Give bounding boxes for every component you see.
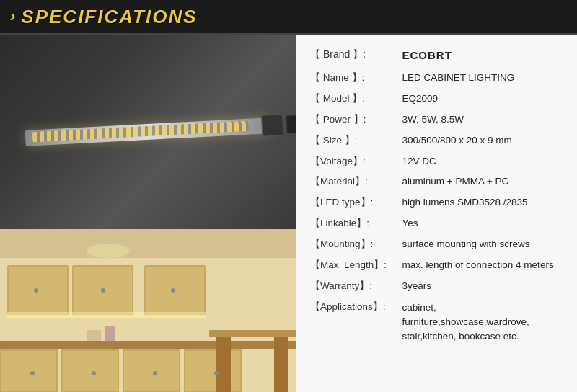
spec-label-max-length: 【Max. Length】: xyxy=(310,259,397,272)
spec-row-linkable: 【Linkable】: Yes xyxy=(310,217,563,231)
spec-label-linkable: 【Linkable】: xyxy=(310,217,397,231)
spec-label-name: 【 Name 】: xyxy=(310,71,397,85)
spec-label-model: 【 Model 】: xyxy=(310,92,397,106)
spec-value-linkable: Yes xyxy=(402,217,563,231)
svg-rect-16 xyxy=(124,351,179,391)
led-connector-right xyxy=(261,114,284,137)
spec-value-voltage: 12V DC xyxy=(402,155,563,169)
svg-point-28 xyxy=(214,371,219,375)
svg-point-23 xyxy=(101,288,105,293)
svg-rect-14 xyxy=(63,351,118,391)
svg-rect-31 xyxy=(105,326,115,341)
product-image-top xyxy=(0,35,296,229)
spec-value-model: EQ2009 xyxy=(402,92,563,106)
spec-value-led-type: high lumens SMD3528 /2835 xyxy=(402,196,563,210)
svg-rect-20 xyxy=(216,337,231,392)
spec-label-applications: 【Applications】: xyxy=(310,300,397,314)
svg-rect-21 xyxy=(274,337,288,392)
spec-label-warranty: 【Warranty】: xyxy=(310,280,397,293)
svg-rect-0 xyxy=(0,229,296,258)
svg-rect-10 xyxy=(0,341,296,349)
kitchen-scene-svg xyxy=(0,229,296,392)
spec-value-material: aluminum + PMMA + PC xyxy=(402,175,563,189)
main-content: 【 Brand 】: ECOBRT【 Name 】: LED CABINET L… xyxy=(0,35,577,392)
spec-value-name: LED CABINET LIGHTING xyxy=(402,71,563,85)
svg-rect-9 xyxy=(7,312,206,318)
spec-row-material: 【Material】: aluminum + PMMA + PC xyxy=(310,175,563,189)
spec-label-brand: 【 Brand 】: xyxy=(310,48,397,62)
header-section: › SPECIFICATIONS xyxy=(0,0,577,35)
spec-label-voltage: 【Voltage】: xyxy=(310,155,397,169)
image-panel xyxy=(0,35,296,392)
spec-row-applications: 【Applications】: cabinet, furniture,showc… xyxy=(310,300,563,344)
svg-rect-12 xyxy=(1,351,56,391)
spec-value-brand: ECOBRT xyxy=(402,48,563,63)
spec-value-mounting: surface mounting with screws xyxy=(402,238,563,251)
spec-row-led-type: 【LED type】: high lumens SMD3528 /2835 xyxy=(310,196,563,210)
spec-label-size: 【 Size 】: xyxy=(310,134,397,148)
spec-label-material: 【Material】: xyxy=(310,175,397,189)
spec-label-power: 【 Power 】: xyxy=(310,113,397,127)
chevron-icon: › xyxy=(10,7,15,26)
svg-point-25 xyxy=(30,371,35,375)
svg-point-22 xyxy=(34,288,38,293)
product-image-bottom xyxy=(0,229,296,392)
spec-row-power: 【 Power 】: 3W, 5W, 8.5W xyxy=(310,113,563,127)
spec-row-mounting: 【Mounting】: surface mounting with screws xyxy=(310,238,563,251)
svg-point-27 xyxy=(153,371,157,375)
spec-row-brand: 【 Brand 】: ECOBRT xyxy=(310,48,563,63)
spec-row-max-length: 【Max. Length】: max. length of connection… xyxy=(310,259,563,272)
svg-point-26 xyxy=(92,371,96,375)
spec-value-warranty: 3years xyxy=(402,280,563,293)
spec-row-voltage: 【Voltage】: 12V DC xyxy=(310,155,563,169)
svg-point-24 xyxy=(171,288,175,293)
spec-label-mounting: 【Mounting】: xyxy=(310,238,397,251)
svg-rect-18 xyxy=(185,351,240,391)
spec-value-applications: cabinet, furniture,showcase,wardrove, st… xyxy=(402,300,563,344)
svg-rect-30 xyxy=(87,330,101,341)
led-connector-far xyxy=(286,115,296,134)
spec-row-name: 【 Name 】: LED CABINET LIGHTING xyxy=(310,71,563,85)
svg-point-29 xyxy=(87,244,130,258)
specs-panel: 【 Brand 】: ECOBRT【 Name 】: LED CABINET L… xyxy=(296,35,577,392)
page-title: SPECIFICATIONS xyxy=(21,6,197,28)
svg-rect-19 xyxy=(209,330,296,337)
spec-value-size: 300/500/800 x 20 x 9 mm xyxy=(402,134,563,148)
spec-row-size: 【 Size 】: 300/500/800 x 20 x 9 mm xyxy=(310,134,563,148)
spec-row-model: 【 Model 】: EQ2009 xyxy=(310,92,563,106)
spec-label-led-type: 【LED type】: xyxy=(310,196,397,210)
spec-value-max-length: max. length of connection 4 meters xyxy=(402,259,563,272)
spec-row-warranty: 【Warranty】: 3years xyxy=(310,280,563,293)
spec-value-power: 3W, 5W, 8.5W xyxy=(402,113,563,127)
led-strip-image xyxy=(25,117,271,146)
